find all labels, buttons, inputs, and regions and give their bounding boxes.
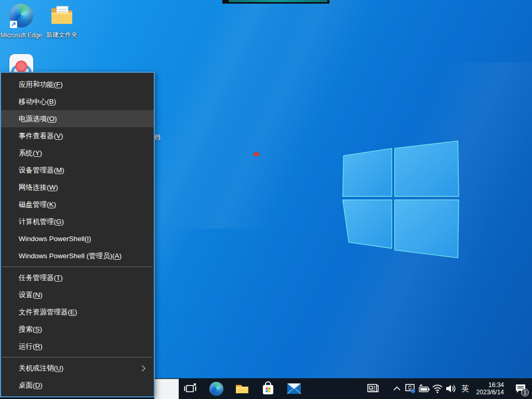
folder-icon — [49, 3, 74, 28]
edge-icon — [209, 382, 223, 396]
winx-menu-item[interactable]: 移动中心(B) — [1, 93, 154, 110]
desktop-icon-label: 新建文件夹 — [41, 31, 83, 38]
menu-item-label: 设备管理器(M) — [19, 166, 64, 174]
task-view-icon — [183, 382, 197, 395]
menu-item-label: 运行(R) — [19, 342, 43, 350]
top-edge-window-sliver-accent — [229, 0, 327, 2]
menu-item-label: Windows PowerShell (管理员)(A) — [19, 252, 122, 260]
menu-item-label: 关机或注销(U) — [19, 364, 63, 372]
winx-menu-item[interactable]: 网络连接(W) — [1, 179, 154, 196]
winx-menu: 应用和功能(F)移动中心(B)电源选项(O)事件查看器(V)系统(Y)设备管理器… — [0, 72, 155, 397]
winx-menu-item[interactable]: 电源选项(O) — [1, 110, 154, 127]
winx-menu-item[interactable]: 运行(R) — [1, 338, 154, 355]
menu-item-label: 计算机管理(G) — [19, 218, 64, 225]
taskbar-mail-button[interactable] — [284, 378, 304, 399]
menu-item-label: 任务管理器(T) — [19, 274, 63, 282]
winx-menu-item[interactable]: 系统(Y) — [1, 144, 154, 162]
taskbar-edge-button[interactable] — [206, 378, 227, 399]
winx-menu-item[interactable]: Windows PowerShell(I) — [1, 230, 154, 247]
menu-item-label: Windows PowerShell(I) — [19, 235, 91, 243]
action-center-button[interactable]: 1 — [509, 378, 532, 399]
task-view-button[interactable] — [180, 378, 201, 399]
news-icon — [367, 383, 379, 394]
winx-menu-item[interactable]: 桌面(D) — [1, 377, 154, 394]
connect-display-icon — [405, 383, 416, 394]
network-button[interactable] — [431, 378, 444, 399]
menu-item-label: 网络连接(W) — [19, 183, 58, 191]
winx-menu-item[interactable]: 设备管理器(M) — [1, 162, 154, 179]
submenu-chevron-icon — [139, 365, 145, 371]
taskbar-search-box[interactable] — [154, 379, 179, 399]
volume-icon — [445, 383, 457, 394]
menu-item-label: 事件查看器(V) — [19, 132, 63, 140]
battery-button[interactable] — [417, 378, 431, 399]
volume-button[interactable] — [444, 378, 458, 399]
winx-menu-item[interactable]: 应用和功能(F) — [1, 76, 154, 93]
menu-item-label: 系统(Y) — [19, 149, 42, 157]
menu-item-label: 移动中心(B) — [19, 98, 56, 105]
winx-menu-item[interactable]: 关机或注销(U) — [1, 360, 154, 377]
menu-item-label: 应用和功能(F) — [19, 81, 63, 88]
wifi-icon — [432, 384, 443, 393]
windows-logo-wallpaper — [326, 129, 478, 275]
clock-time: 16:34 — [476, 381, 504, 389]
winx-menu-item[interactable]: 搜索(S) — [1, 321, 154, 338]
file-explorer-icon — [235, 381, 249, 396]
desktop-icon-edge[interactable]: Microsoft Edge — [0, 3, 43, 39]
menu-item-label: 设置(N) — [19, 291, 43, 299]
red-marker-dot — [254, 152, 259, 156]
menu-item-label: 搜索(S) — [19, 325, 42, 333]
taskbar-clock[interactable]: 16:34 2023/6/14 — [473, 381, 509, 396]
hidden-icons-button[interactable] — [390, 378, 404, 399]
taskbar-file-explorer-button[interactable] — [232, 378, 252, 399]
desktop-icon-new-folder[interactable]: 新建文件夹 — [41, 3, 83, 38]
top-edge-window-sliver[interactable] — [222, 0, 329, 4]
winx-menu-item[interactable]: 设置(N) — [1, 286, 154, 303]
notification-badge: 1 — [521, 389, 529, 396]
taskbar-store-button[interactable] — [258, 378, 278, 399]
news-and-interests-button[interactable] — [366, 378, 380, 399]
winx-menu-item[interactable]: 文件资源管理器(E) — [1, 303, 154, 321]
winx-menu-item[interactable]: Windows PowerShell (管理员)(A) — [1, 247, 154, 264]
chevron-up-icon — [393, 386, 401, 391]
battery-charging-icon — [418, 384, 430, 393]
connect-display-button[interactable] — [404, 378, 417, 399]
ime-language-indicator[interactable]: 英 — [458, 378, 473, 399]
menu-item-label: 电源选项(O) — [19, 115, 57, 123]
menu-item-label: 磁盘管理(K) — [19, 201, 56, 208]
menu-item-label: 桌面(D) — [19, 381, 43, 389]
menu-item-label: 文件资源管理器(E) — [19, 308, 77, 316]
winx-menu-item[interactable]: 计算机管理(G) — [1, 213, 154, 230]
winx-menu-item[interactable]: 任务管理器(T) — [1, 269, 154, 286]
menu-separator — [2, 357, 153, 357]
desktop-icon-label: Microsoft Edge — [0, 32, 43, 39]
microsoft-store-icon — [261, 381, 275, 396]
menu-separator — [2, 267, 153, 267]
winx-menu-item[interactable]: 磁盘管理(K) — [1, 196, 154, 213]
shortcut-arrow-icon — [10, 21, 17, 28]
clock-date: 2023/6/14 — [476, 389, 504, 396]
winx-menu-item[interactable]: 事件查看器(V) — [1, 127, 154, 144]
mail-icon — [287, 383, 301, 394]
